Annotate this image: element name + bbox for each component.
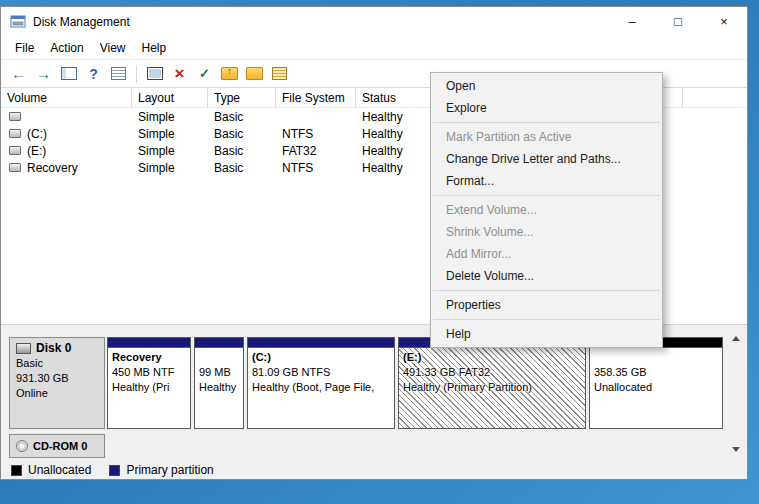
disk0-row: Disk 0 Basic 931.30 GB Online Recovery 4…	[9, 337, 723, 429]
column-header-file-system[interactable]: File System	[276, 88, 356, 107]
menu-separator	[433, 195, 660, 196]
partition-size: 491.33 GB FAT32	[403, 365, 581, 380]
volume-layout: Simple	[132, 127, 208, 141]
disk0-name: Disk 0	[36, 341, 71, 356]
help-icon[interactable]	[82, 63, 105, 85]
check-icon[interactable]	[193, 63, 216, 85]
volume-type: Basic	[208, 144, 276, 158]
volume-name: (E:)	[27, 144, 46, 158]
partition-color-stripe	[248, 338, 394, 348]
partition-size: 358.35 GB	[594, 365, 718, 380]
cdrom-name: CD-ROM 0	[33, 439, 87, 454]
volume-layout: Simple	[132, 110, 208, 124]
menu-bar: File Action View Help	[1, 36, 747, 60]
column-header-type[interactable]: Type	[208, 88, 276, 107]
menu-item-properties[interactable]: Properties	[431, 294, 662, 316]
partition-recovery[interactable]: Recovery 450 MB NTF Healthy (Pri	[107, 337, 191, 429]
legend-label-primary-partition: Primary partition	[126, 463, 213, 477]
volume-type: Basic	[208, 110, 276, 124]
partition-size: 450 MB NTF	[112, 365, 186, 380]
menu-item-open[interactable]: Open	[431, 75, 662, 97]
cdrom-row: CD-ROM 0	[9, 434, 723, 458]
menu-view[interactable]: View	[92, 41, 134, 55]
volume-layout: Simple	[132, 161, 208, 175]
menu-item-add-mirror: Add Mirror...	[431, 243, 662, 265]
window-title: Disk Management	[33, 15, 130, 29]
cdrom-header[interactable]: CD-ROM 0	[9, 434, 105, 458]
column-header-volume[interactable]: Volume	[1, 88, 132, 107]
back-icon[interactable]	[7, 63, 30, 85]
legend: Unallocated Primary partition	[11, 463, 214, 477]
minimize-button[interactable]: –	[609, 7, 655, 36]
maximize-button[interactable]: □	[655, 7, 701, 36]
scroll-down-button[interactable]	[727, 441, 744, 458]
legend-label-unallocated: Unallocated	[28, 463, 91, 477]
unallocated-color-swatch	[11, 465, 22, 476]
toolbar-separator	[136, 65, 137, 83]
forward-icon[interactable]	[32, 63, 55, 85]
disk0-type: Basic	[16, 356, 98, 371]
volume-file-system: NTFS	[276, 161, 356, 175]
graphical-view: Disk 0 Basic 931.30 GB Online Recovery 4…	[1, 330, 747, 479]
menu-file[interactable]: File	[7, 41, 42, 55]
volume-icon	[9, 146, 21, 155]
volume-file-system: NTFS	[276, 127, 356, 141]
menu-separator	[433, 290, 660, 291]
down-arrow-icon	[732, 447, 740, 452]
volume-type: Basic	[208, 161, 276, 175]
column-header-layout[interactable]: Layout	[132, 88, 208, 107]
partition-status: Healthy	[199, 380, 239, 395]
window-controls: – □ ×	[609, 7, 747, 36]
console-tree-icon[interactable]	[57, 63, 80, 85]
scroll-up-button[interactable]	[727, 330, 744, 347]
screen-icon[interactable]	[143, 63, 166, 85]
title-bar[interactable]: Disk Management – □ ×	[1, 7, 747, 36]
menu-item-format[interactable]: Format...	[431, 170, 662, 192]
volume-icon	[9, 129, 21, 138]
menu-item-change-drive-letter[interactable]: Change Drive Letter and Paths...	[431, 148, 662, 170]
menu-action[interactable]: Action	[42, 41, 91, 55]
partition-color-stripe	[195, 338, 243, 348]
folder-icon[interactable]	[243, 63, 266, 85]
volume-icon	[9, 112, 21, 121]
partition-size: 81.09 GB NTFS	[252, 365, 390, 380]
menu-item-extend-volume: Extend Volume...	[431, 199, 662, 221]
menu-item-mark-partition-active: Mark Partition as Active	[431, 126, 662, 148]
folder-up-icon[interactable]	[218, 63, 241, 85]
export-list-icon[interactable]	[107, 63, 130, 85]
up-arrow-icon	[732, 336, 740, 341]
partition-99mb[interactable]: 99 MB Healthy	[194, 337, 244, 429]
disk0-header[interactable]: Disk 0 Basic 931.30 GB Online	[9, 337, 105, 429]
menu-item-shrink-volume: Shrink Volume...	[431, 221, 662, 243]
disk-icon	[16, 343, 31, 354]
menu-item-help[interactable]: Help	[431, 323, 662, 345]
menu-help[interactable]: Help	[134, 41, 175, 55]
partition-status: Healthy (Primary Partition)	[403, 380, 581, 395]
partition-name	[199, 350, 239, 365]
unallocated-space[interactable]: 358.35 GB Unallocated	[589, 337, 723, 429]
partition-name: Recovery	[112, 350, 186, 365]
volume-name: Recovery	[27, 161, 78, 175]
partition-size: 99 MB	[199, 365, 239, 380]
volume-icon	[9, 163, 21, 172]
partition-status: Unallocated	[594, 380, 718, 395]
menu-item-explore[interactable]: Explore	[431, 97, 662, 119]
context-menu: Open Explore Mark Partition as Active Ch…	[430, 72, 663, 348]
partition-e[interactable]: (E:) 491.33 GB FAT32 Healthy (Primary Pa…	[398, 337, 586, 429]
close-button[interactable]: ×	[701, 7, 747, 36]
partition-strip: Recovery 450 MB NTF Healthy (Pri 99 MB H…	[107, 337, 723, 429]
legend-box-icon[interactable]	[268, 63, 291, 85]
disk0-size: 931.30 GB	[16, 371, 98, 386]
partition-name	[594, 350, 718, 365]
cd-icon	[16, 440, 28, 452]
volume-layout: Simple	[132, 144, 208, 158]
menu-item-delete-volume[interactable]: Delete Volume...	[431, 265, 662, 287]
partition-name: (E:)	[403, 350, 581, 365]
disk0-status: Online	[16, 386, 98, 401]
delete-icon[interactable]	[168, 63, 191, 85]
partition-c[interactable]: (C:) 81.09 GB NTFS Healthy (Boot, Page F…	[247, 337, 395, 429]
partition-color-stripe	[108, 338, 190, 348]
volume-file-system: FAT32	[276, 144, 356, 158]
vertical-scrollbar[interactable]	[727, 330, 744, 458]
volume-name: (C:)	[27, 127, 47, 141]
